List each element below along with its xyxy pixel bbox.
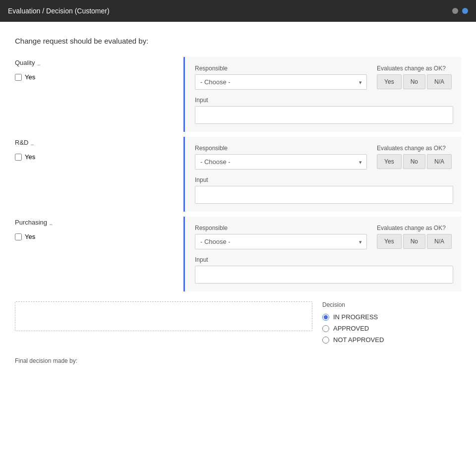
rd-yes-label: Yes (25, 153, 35, 161)
purchasing-yes-checkbox[interactable] (15, 233, 22, 240)
main-content: Change request should be evaluated by: Q… (0, 22, 476, 460)
quality-input-label: Input (195, 97, 453, 104)
rd-yes-checkbox[interactable] (15, 154, 22, 161)
decision-approved-radio[interactable] (322, 325, 329, 332)
rd-responsible-select[interactable]: - Choose - (195, 154, 367, 170)
decision-in-progress-radio[interactable] (322, 314, 329, 321)
dashed-placeholder-box (15, 301, 312, 331)
rd-eval-block: Evaluates change as OK? Yes No N/A (377, 145, 453, 169)
quality-yes-label: Yes (25, 73, 35, 81)
quality-btn-group: Yes No N/A (377, 74, 453, 89)
quality-responsible-block: Responsible - Choose - ▾ (195, 65, 367, 90)
quality-responsible-select-wrapper: - Choose - ▾ (195, 74, 367, 90)
purchasing-input-field[interactable] (195, 266, 453, 284)
purchasing-header-row: Purchasing − (15, 219, 183, 230)
rd-yes-row: Yes (15, 153, 183, 161)
quality-collapse-btn[interactable]: − (37, 61, 40, 68)
rd-right-panel: Responsible - Choose - ▾ Evaluates chang… (183, 137, 461, 212)
rd-eval-label: Evaluates change as OK? (377, 145, 453, 152)
purchasing-btn-yes[interactable]: Yes (377, 234, 402, 249)
purchasing-eval-block: Evaluates change as OK? Yes No N/A (377, 225, 453, 249)
decision-not-approved-row: NOT APPROVED (322, 336, 461, 344)
rd-btn-no[interactable]: No (403, 154, 425, 169)
purchasing-responsible-label: Responsible (195, 225, 367, 231)
rd-input-block: Input (195, 176, 453, 204)
quality-btn-yes[interactable]: Yes (377, 74, 402, 89)
rd-btn-na[interactable]: N/A (427, 154, 452, 169)
purchasing-yes-label: Yes (25, 233, 35, 240)
purchasing-input-block: Input (195, 256, 453, 284)
rd-responsible-label: Responsible (195, 145, 367, 152)
purchasing-eval-label: Evaluates change as OK? (377, 225, 453, 231)
rd-input-label: Input (195, 176, 453, 183)
purchasing-btn-group: Yes No N/A (377, 234, 453, 249)
decision-title: Decision (322, 301, 461, 308)
quality-eval-block: Evaluates change as OK? Yes No N/A (377, 65, 453, 89)
decision-not-approved-label: NOT APPROVED (333, 336, 384, 344)
decision-in-progress-label: IN PROGRESS (333, 313, 378, 321)
quality-input-field[interactable] (195, 106, 453, 124)
rd-collapse-btn[interactable]: − (30, 141, 34, 148)
purchasing-right-panel: Responsible - Choose - ▾ Evaluates chang… (183, 217, 461, 291)
titlebar: Evaluation / Decision (Customer) (0, 0, 476, 22)
quality-responsible-select[interactable]: - Choose - (195, 74, 367, 90)
decision-approved-label: APPROVED (333, 325, 369, 332)
rd-btn-yes[interactable]: Yes (377, 154, 402, 169)
purchasing-field-group: Responsible - Choose - ▾ Evaluates chang… (195, 225, 453, 249)
dot-blue (462, 8, 468, 14)
purchasing-responsible-block: Responsible - Choose - ▾ (195, 225, 367, 249)
decision-approved-row: APPROVED (322, 325, 461, 332)
decision-in-progress-row: IN PROGRESS (322, 313, 461, 321)
window-title: Evaluation / Decision (Customer) (8, 7, 110, 15)
rd-responsible-block: Responsible - Choose - ▾ (195, 145, 367, 170)
purchasing-responsible-select[interactable]: - Choose - (195, 234, 367, 249)
quality-yes-checkbox[interactable] (15, 74, 22, 81)
rd-input-field[interactable] (195, 186, 453, 204)
quality-input-block: Input (195, 97, 453, 124)
purchasing-btn-na[interactable]: N/A (427, 234, 452, 249)
window-controls (452, 8, 468, 14)
final-decision-label: Final decision made by: (15, 357, 461, 364)
quality-btn-na[interactable]: N/A (427, 74, 452, 89)
decision-not-approved-radio[interactable] (322, 337, 329, 344)
divider-decision-row: Decision IN PROGRESS APPROVED NOT APPROV… (15, 301, 461, 347)
rd-label: R&D (15, 139, 28, 146)
rd-field-group: Responsible - Choose - ▾ Evaluates chang… (195, 145, 453, 170)
quality-btn-no[interactable]: No (403, 74, 425, 89)
dot-gray (452, 8, 458, 14)
purchasing-input-label: Input (195, 256, 453, 263)
section-left-purchasing: Purchasing − Yes (15, 217, 183, 291)
quality-header-row: Quality − (15, 59, 183, 70)
section-purchasing: Purchasing − Yes Responsible - Choose - … (15, 217, 461, 291)
section-quality: Quality − Yes Responsible - Choose - ▾ (15, 57, 461, 132)
quality-responsible-label: Responsible (195, 65, 367, 72)
section-left-quality: Quality − Yes (15, 57, 183, 132)
section-left-rd: R&D − Yes (15, 137, 183, 212)
purchasing-responsible-select-wrapper: - Choose - ▾ (195, 234, 367, 249)
quality-eval-label: Evaluates change as OK? (377, 65, 453, 72)
purchasing-btn-no[interactable]: No (403, 234, 425, 249)
quality-field-group: Responsible - Choose - ▾ Evaluates chang… (195, 65, 453, 90)
decision-panel: Decision IN PROGRESS APPROVED NOT APPROV… (322, 301, 461, 347)
section-rd: R&D − Yes Responsible - Choose - ▾ (15, 137, 461, 212)
rd-header-row: R&D − (15, 139, 183, 150)
purchasing-yes-row: Yes (15, 233, 183, 240)
quality-yes-row: Yes (15, 73, 183, 81)
quality-label: Quality (15, 59, 35, 66)
page-heading: Change request should be evaluated by: (15, 37, 461, 45)
purchasing-label: Purchasing (15, 219, 47, 226)
rd-responsible-select-wrapper: - Choose - ▾ (195, 154, 367, 170)
purchasing-collapse-btn[interactable]: − (49, 221, 53, 228)
quality-right-panel: Responsible - Choose - ▾ Evaluates chang… (183, 57, 461, 132)
rd-btn-group: Yes No N/A (377, 154, 453, 169)
